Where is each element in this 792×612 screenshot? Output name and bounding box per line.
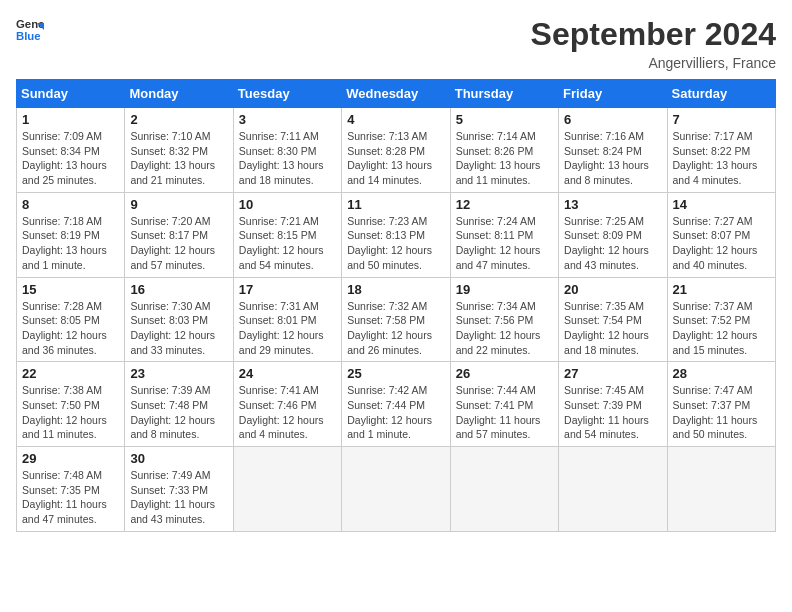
calendar-cell: 8Sunrise: 7:18 AM Sunset: 8:19 PM Daylig… bbox=[17, 192, 125, 277]
day-number: 9 bbox=[130, 197, 227, 212]
calendar-cell: 10Sunrise: 7:21 AM Sunset: 8:15 PM Dayli… bbox=[233, 192, 341, 277]
col-saturday: Saturday bbox=[667, 80, 775, 108]
day-number: 30 bbox=[130, 451, 227, 466]
day-detail: Sunrise: 7:38 AM Sunset: 7:50 PM Dayligh… bbox=[22, 383, 119, 442]
col-wednesday: Wednesday bbox=[342, 80, 450, 108]
day-number: 23 bbox=[130, 366, 227, 381]
calendar-cell: 25Sunrise: 7:42 AM Sunset: 7:44 PM Dayli… bbox=[342, 362, 450, 447]
day-number: 21 bbox=[673, 282, 770, 297]
day-number: 14 bbox=[673, 197, 770, 212]
day-number: 27 bbox=[564, 366, 661, 381]
day-detail: Sunrise: 7:09 AM Sunset: 8:34 PM Dayligh… bbox=[22, 129, 119, 188]
day-detail: Sunrise: 7:24 AM Sunset: 8:11 PM Dayligh… bbox=[456, 214, 553, 273]
day-detail: Sunrise: 7:10 AM Sunset: 8:32 PM Dayligh… bbox=[130, 129, 227, 188]
week-row-2: 8Sunrise: 7:18 AM Sunset: 8:19 PM Daylig… bbox=[17, 192, 776, 277]
week-row-1: 1Sunrise: 7:09 AM Sunset: 8:34 PM Daylig… bbox=[17, 108, 776, 193]
day-number: 17 bbox=[239, 282, 336, 297]
col-friday: Friday bbox=[559, 80, 667, 108]
calendar-body: 1Sunrise: 7:09 AM Sunset: 8:34 PM Daylig… bbox=[17, 108, 776, 532]
day-number: 24 bbox=[239, 366, 336, 381]
calendar-cell: 21Sunrise: 7:37 AM Sunset: 7:52 PM Dayli… bbox=[667, 277, 775, 362]
calendar-cell: 12Sunrise: 7:24 AM Sunset: 8:11 PM Dayli… bbox=[450, 192, 558, 277]
day-number: 5 bbox=[456, 112, 553, 127]
svg-text:Blue: Blue bbox=[16, 30, 41, 42]
col-tuesday: Tuesday bbox=[233, 80, 341, 108]
calendar-cell: 22Sunrise: 7:38 AM Sunset: 7:50 PM Dayli… bbox=[17, 362, 125, 447]
calendar-cell bbox=[559, 447, 667, 532]
calendar-cell: 3Sunrise: 7:11 AM Sunset: 8:30 PM Daylig… bbox=[233, 108, 341, 193]
calendar-title: September 2024 bbox=[531, 16, 776, 53]
day-detail: Sunrise: 7:42 AM Sunset: 7:44 PM Dayligh… bbox=[347, 383, 444, 442]
day-detail: Sunrise: 7:18 AM Sunset: 8:19 PM Dayligh… bbox=[22, 214, 119, 273]
day-detail: Sunrise: 7:17 AM Sunset: 8:22 PM Dayligh… bbox=[673, 129, 770, 188]
calendar-cell: 9Sunrise: 7:20 AM Sunset: 8:17 PM Daylig… bbox=[125, 192, 233, 277]
calendar-cell bbox=[342, 447, 450, 532]
day-detail: Sunrise: 7:44 AM Sunset: 7:41 PM Dayligh… bbox=[456, 383, 553, 442]
title-area: September 2024 Angervilliers, France bbox=[531, 16, 776, 71]
day-number: 19 bbox=[456, 282, 553, 297]
day-detail: Sunrise: 7:32 AM Sunset: 7:58 PM Dayligh… bbox=[347, 299, 444, 358]
day-number: 4 bbox=[347, 112, 444, 127]
calendar-cell: 26Sunrise: 7:44 AM Sunset: 7:41 PM Dayli… bbox=[450, 362, 558, 447]
day-number: 13 bbox=[564, 197, 661, 212]
week-row-5: 29Sunrise: 7:48 AM Sunset: 7:35 PM Dayli… bbox=[17, 447, 776, 532]
day-number: 8 bbox=[22, 197, 119, 212]
calendar-header: Sunday Monday Tuesday Wednesday Thursday… bbox=[17, 80, 776, 108]
day-number: 7 bbox=[673, 112, 770, 127]
day-number: 12 bbox=[456, 197, 553, 212]
calendar-cell: 23Sunrise: 7:39 AM Sunset: 7:48 PM Dayli… bbox=[125, 362, 233, 447]
logo: General Blue bbox=[16, 16, 44, 44]
day-detail: Sunrise: 7:13 AM Sunset: 8:28 PM Dayligh… bbox=[347, 129, 444, 188]
header-row: Sunday Monday Tuesday Wednesday Thursday… bbox=[17, 80, 776, 108]
calendar-cell: 7Sunrise: 7:17 AM Sunset: 8:22 PM Daylig… bbox=[667, 108, 775, 193]
day-number: 16 bbox=[130, 282, 227, 297]
day-detail: Sunrise: 7:39 AM Sunset: 7:48 PM Dayligh… bbox=[130, 383, 227, 442]
calendar-cell: 16Sunrise: 7:30 AM Sunset: 8:03 PM Dayli… bbox=[125, 277, 233, 362]
day-number: 10 bbox=[239, 197, 336, 212]
calendar-cell: 29Sunrise: 7:48 AM Sunset: 7:35 PM Dayli… bbox=[17, 447, 125, 532]
calendar-cell: 14Sunrise: 7:27 AM Sunset: 8:07 PM Dayli… bbox=[667, 192, 775, 277]
day-detail: Sunrise: 7:14 AM Sunset: 8:26 PM Dayligh… bbox=[456, 129, 553, 188]
calendar-cell: 5Sunrise: 7:14 AM Sunset: 8:26 PM Daylig… bbox=[450, 108, 558, 193]
day-detail: Sunrise: 7:16 AM Sunset: 8:24 PM Dayligh… bbox=[564, 129, 661, 188]
day-number: 28 bbox=[673, 366, 770, 381]
calendar-cell bbox=[667, 447, 775, 532]
day-number: 29 bbox=[22, 451, 119, 466]
calendar-cell: 13Sunrise: 7:25 AM Sunset: 8:09 PM Dayli… bbox=[559, 192, 667, 277]
day-detail: Sunrise: 7:20 AM Sunset: 8:17 PM Dayligh… bbox=[130, 214, 227, 273]
day-detail: Sunrise: 7:37 AM Sunset: 7:52 PM Dayligh… bbox=[673, 299, 770, 358]
day-detail: Sunrise: 7:30 AM Sunset: 8:03 PM Dayligh… bbox=[130, 299, 227, 358]
day-detail: Sunrise: 7:11 AM Sunset: 8:30 PM Dayligh… bbox=[239, 129, 336, 188]
day-detail: Sunrise: 7:45 AM Sunset: 7:39 PM Dayligh… bbox=[564, 383, 661, 442]
day-detail: Sunrise: 7:28 AM Sunset: 8:05 PM Dayligh… bbox=[22, 299, 119, 358]
day-number: 25 bbox=[347, 366, 444, 381]
day-number: 3 bbox=[239, 112, 336, 127]
calendar-table: Sunday Monday Tuesday Wednesday Thursday… bbox=[16, 79, 776, 532]
day-detail: Sunrise: 7:27 AM Sunset: 8:07 PM Dayligh… bbox=[673, 214, 770, 273]
day-detail: Sunrise: 7:21 AM Sunset: 8:15 PM Dayligh… bbox=[239, 214, 336, 273]
day-number: 1 bbox=[22, 112, 119, 127]
calendar-cell bbox=[450, 447, 558, 532]
calendar-cell: 18Sunrise: 7:32 AM Sunset: 7:58 PM Dayli… bbox=[342, 277, 450, 362]
logo-icon: General Blue bbox=[16, 16, 44, 44]
col-sunday: Sunday bbox=[17, 80, 125, 108]
calendar-cell bbox=[233, 447, 341, 532]
col-thursday: Thursday bbox=[450, 80, 558, 108]
calendar-cell: 30Sunrise: 7:49 AM Sunset: 7:33 PM Dayli… bbox=[125, 447, 233, 532]
calendar-cell: 2Sunrise: 7:10 AM Sunset: 8:32 PM Daylig… bbox=[125, 108, 233, 193]
page-header: General Blue September 2024 Angervillier… bbox=[16, 16, 776, 71]
day-detail: Sunrise: 7:23 AM Sunset: 8:13 PM Dayligh… bbox=[347, 214, 444, 273]
calendar-cell: 24Sunrise: 7:41 AM Sunset: 7:46 PM Dayli… bbox=[233, 362, 341, 447]
calendar-cell: 17Sunrise: 7:31 AM Sunset: 8:01 PM Dayli… bbox=[233, 277, 341, 362]
day-number: 18 bbox=[347, 282, 444, 297]
day-number: 20 bbox=[564, 282, 661, 297]
week-row-3: 15Sunrise: 7:28 AM Sunset: 8:05 PM Dayli… bbox=[17, 277, 776, 362]
day-number: 26 bbox=[456, 366, 553, 381]
calendar-cell: 28Sunrise: 7:47 AM Sunset: 7:37 PM Dayli… bbox=[667, 362, 775, 447]
calendar-cell: 1Sunrise: 7:09 AM Sunset: 8:34 PM Daylig… bbox=[17, 108, 125, 193]
day-detail: Sunrise: 7:48 AM Sunset: 7:35 PM Dayligh… bbox=[22, 468, 119, 527]
day-detail: Sunrise: 7:35 AM Sunset: 7:54 PM Dayligh… bbox=[564, 299, 661, 358]
calendar-cell: 4Sunrise: 7:13 AM Sunset: 8:28 PM Daylig… bbox=[342, 108, 450, 193]
day-detail: Sunrise: 7:49 AM Sunset: 7:33 PM Dayligh… bbox=[130, 468, 227, 527]
day-number: 22 bbox=[22, 366, 119, 381]
